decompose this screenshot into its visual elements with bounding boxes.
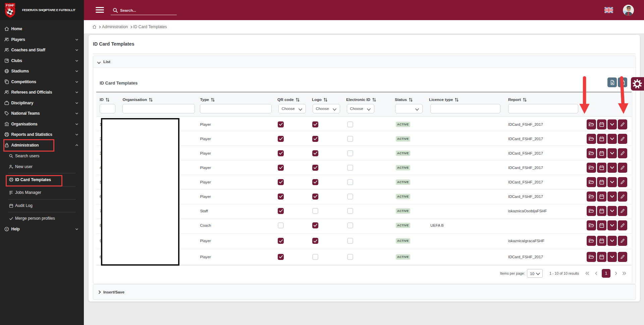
svg-text:?: ?: [6, 227, 8, 230]
svg-text:FSHF: FSHF: [6, 3, 14, 7]
